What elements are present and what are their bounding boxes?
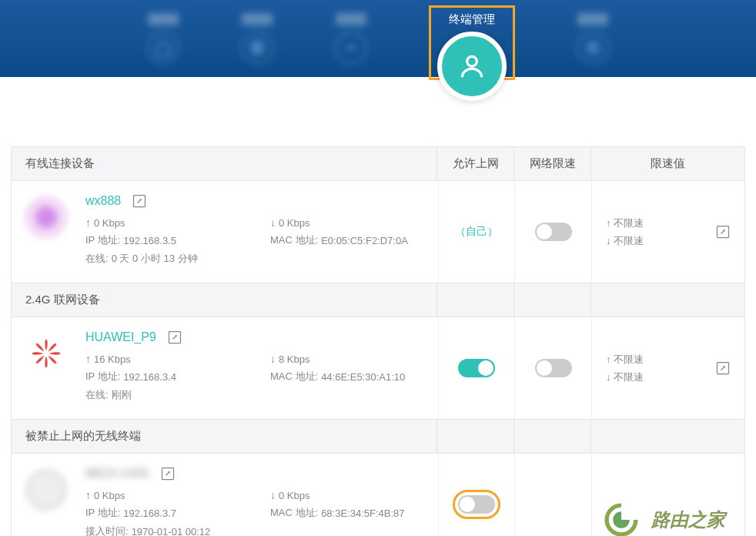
menu-icon	[577, 32, 609, 64]
edit-icon[interactable]	[132, 193, 147, 209]
svg-point-1	[467, 56, 477, 66]
edit-limit-icon[interactable]	[715, 224, 731, 240]
download-speed: 0 Kbps	[279, 490, 309, 501]
limit-up: 不限速	[614, 353, 644, 365]
nav-active-label: 终端管理	[449, 12, 495, 27]
device-panel: 有线连接设备 允许上网 网络限速 限速值 wx888 ↑0 Kbps IP 地址…	[11, 146, 745, 536]
device-icon	[25, 196, 67, 238]
section-title: 被禁止上网的无线终端	[12, 420, 437, 453]
speed-limit-toggle[interactable]	[535, 359, 572, 377]
arrow-up-icon: ↑	[85, 489, 91, 501]
ip-address: 192.168.3.5	[123, 235, 176, 246]
device-name: wx888	[85, 194, 121, 208]
col-header-speed: 网络限速	[513, 147, 590, 180]
device-row: MEDI-140S ↑0 Kbps IP 地址: 192.168.3.7 接入时…	[12, 454, 744, 536]
arrow-up-icon: ↑	[85, 216, 91, 229]
edit-limit-icon[interactable]	[715, 360, 731, 376]
upload-speed: 0 Kbps	[94, 490, 125, 501]
upload-speed: 0 Kbps	[94, 217, 125, 229]
device-icon	[25, 469, 67, 511]
arrow-down-icon: ↓	[270, 489, 276, 501]
mac-address: E0:05:C5:F2:D7:0A	[321, 235, 408, 246]
arrow-down-icon: ↓	[270, 353, 276, 365]
self-label: （自己）	[455, 225, 498, 239]
ip-address: 192.168.3.7	[123, 508, 176, 519]
cell-allow	[438, 317, 514, 419]
allow-internet-toggle[interactable]	[458, 359, 495, 377]
section-title: 2.4G 联网设备	[12, 283, 437, 317]
limit-up: 不限速	[614, 217, 644, 229]
huawei-logo-icon	[25, 333, 67, 374]
section-title: 有线连接设备	[12, 147, 437, 180]
online-time: 0 天 0 小时 13 分钟	[112, 252, 198, 266]
home-icon	[147, 32, 179, 64]
speed-limit-toggle[interactable]	[535, 223, 572, 241]
connect-time: 1970-01-01 00:12	[132, 526, 211, 537]
device-name: HUAWEI_P9	[85, 330, 156, 344]
nav-item-3[interactable]	[335, 13, 367, 64]
arrow-up-icon: ↑	[85, 353, 91, 365]
arrow-down-icon: ↓	[270, 216, 276, 229]
cell-allow	[438, 454, 514, 536]
mac-address: 44:6E:E5:30:A1:10	[321, 371, 405, 383]
section-header-blocked: 被禁止上网的无线终端	[12, 419, 744, 454]
col-header-limit: 限速值	[590, 147, 744, 180]
nav-item-5[interactable]	[577, 13, 609, 64]
online-time: 刚刚	[112, 388, 132, 402]
cell-limit: ↑ 不限速 ↓ 不限速	[591, 317, 744, 419]
device-name: MEDI-140S	[85, 467, 149, 481]
nav-item-2[interactable]	[241, 13, 273, 64]
globe-icon	[241, 32, 273, 64]
section-header-wired: 有线连接设备 允许上网 网络限速 限速值	[12, 146, 744, 181]
download-speed: 0 Kbps	[279, 217, 309, 229]
edit-icon[interactable]	[160, 466, 176, 481]
cell-speed	[514, 454, 590, 536]
cell-limit	[591, 454, 744, 536]
allow-internet-toggle[interactable]	[458, 495, 495, 514]
col-header-allow: 允许上网	[437, 147, 513, 180]
edit-icon[interactable]	[167, 330, 182, 345]
download-speed: 8 Kbps	[279, 353, 309, 365]
cell-allow: （自己）	[438, 181, 514, 283]
wifi-icon	[335, 32, 367, 64]
limit-down: 不限速	[614, 371, 644, 383]
cell-limit: ↑ 不限速 ↓ 不限速	[591, 181, 744, 283]
cell-speed	[514, 181, 590, 283]
mac-address: 68:3E:34:5F:4B:87	[321, 508, 404, 519]
cell-speed	[514, 317, 590, 419]
person-icon	[437, 32, 507, 101]
nav-item-terminal-active[interactable]: 终端管理	[429, 5, 515, 80]
device-row: wx888 ↑0 Kbps IP 地址: 192.168.3.5 在线: 0 天…	[12, 181, 744, 283]
limit-down: 不限速	[614, 235, 644, 246]
nav-item-home[interactable]	[147, 13, 179, 64]
section-header-24g: 2.4G 联网设备	[12, 283, 744, 317]
upload-speed: 16 Kbps	[94, 353, 131, 365]
ip-address: 192.168.3.4	[123, 371, 176, 383]
top-nav: 终端管理	[0, 0, 756, 77]
device-row: HUAWEI_P9 ↑16 Kbps IP 地址: 192.168.3.4 在线…	[12, 317, 744, 419]
